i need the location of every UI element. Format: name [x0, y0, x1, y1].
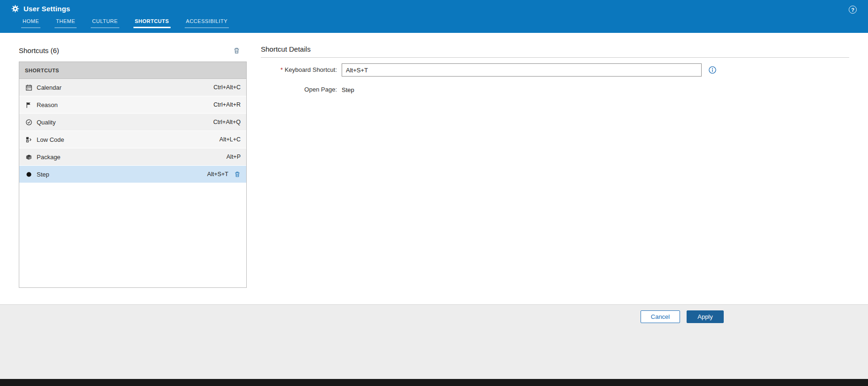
shortcut-label: Reason — [37, 101, 58, 108]
open-page-value: Step — [342, 86, 354, 93]
shortcut-row-quality[interactable]: Quality Ctrl+Alt+Q — [19, 114, 246, 131]
open-page-label: Open Page: — [261, 83, 337, 96]
tab-culture[interactable]: CULTURE — [91, 18, 119, 28]
shortcuts-panel-title: Shortcuts (6) — [19, 46, 59, 54]
shortcut-keys: Alt+L+C — [219, 136, 241, 143]
footer-bar: Cancel Apply — [0, 304, 868, 379]
tab-accessibility[interactable]: ACCESSIBILITY — [185, 18, 229, 28]
keyboard-shortcut-input[interactable] — [342, 63, 702, 77]
shortcut-row-low-code[interactable]: Low Code Alt+L+C — [19, 131, 246, 148]
shortcuts-panel: Shortcuts (6) SHORTCUTS Calendar Ctrl+Al… — [19, 45, 247, 288]
tab-shortcuts[interactable]: SHORTCUTS — [133, 18, 171, 28]
shortcut-keys: Ctrl+Alt+Q — [213, 119, 241, 125]
low-code-icon — [25, 136, 32, 143]
shortcut-label: Low Code — [37, 136, 64, 143]
delete-row-trash-icon[interactable] — [234, 171, 241, 178]
required-marker: * — [281, 66, 283, 73]
shortcut-row-reason[interactable]: Reason Ctrl+Alt+R — [19, 96, 246, 114]
quality-seal-icon — [25, 118, 32, 126]
step-icon — [25, 170, 32, 178]
shortcuts-list: SHORTCUTS Calendar Ctrl+Alt+C Reaso — [19, 62, 247, 288]
shortcut-keys: Ctrl+Alt+C — [213, 84, 241, 91]
shortcut-keys: Alt+P — [227, 154, 241, 160]
cancel-button[interactable]: Cancel — [641, 310, 680, 323]
tab-home[interactable]: HOME — [21, 18, 40, 28]
calendar-icon — [25, 84, 32, 91]
shortcut-row-step[interactable]: Step Alt+S+T — [19, 166, 246, 183]
help-icon[interactable]: ? — [849, 6, 857, 14]
keyboard-shortcut-label-text: Keyboard Shortcut: — [285, 66, 337, 73]
shortcut-label: Package — [37, 154, 61, 161]
shortcut-label: Calendar — [37, 84, 62, 91]
open-page-field-row: Open Page: Step — [261, 83, 849, 96]
tab-theme[interactable]: THEME — [55, 18, 77, 28]
info-icon[interactable] — [708, 66, 717, 74]
keyboard-shortcut-label: *Keyboard Shortcut: — [261, 63, 337, 77]
delete-all-trash-icon[interactable] — [233, 47, 247, 54]
header-title-row: User Settings ? — [0, 0, 868, 15]
shortcut-label: Step — [37, 171, 49, 178]
flag-icon — [25, 101, 32, 108]
shortcuts-list-header: SHORTCUTS — [19, 62, 246, 79]
details-title: Shortcut Details — [261, 45, 849, 53]
app-header: User Settings ? HOME THEME CULTURE SHORT… — [0, 0, 868, 33]
details-divider — [261, 57, 849, 58]
shortcut-row-package[interactable]: Package Alt+P — [19, 148, 246, 166]
shortcut-keys: Ctrl+Alt+R — [213, 101, 241, 108]
header-tabs: HOME THEME CULTURE SHORTCUTS ACCESSIBILI… — [0, 18, 868, 28]
shortcut-keys: Alt+S+T — [207, 171, 228, 178]
page-title: User Settings — [23, 5, 70, 13]
shortcut-row-calendar[interactable]: Calendar Ctrl+Alt+C — [19, 79, 246, 96]
keyboard-shortcut-field-row: *Keyboard Shortcut: — [261, 63, 849, 77]
settings-gear-icon — [11, 5, 19, 13]
shortcut-details-panel: Shortcut Details *Keyboard Shortcut: Ope… — [261, 45, 849, 96]
apply-button[interactable]: Apply — [687, 310, 724, 323]
shortcut-label: Quality — [37, 119, 55, 126]
package-icon — [25, 153, 32, 161]
window-bottom-strip — [0, 379, 868, 386]
